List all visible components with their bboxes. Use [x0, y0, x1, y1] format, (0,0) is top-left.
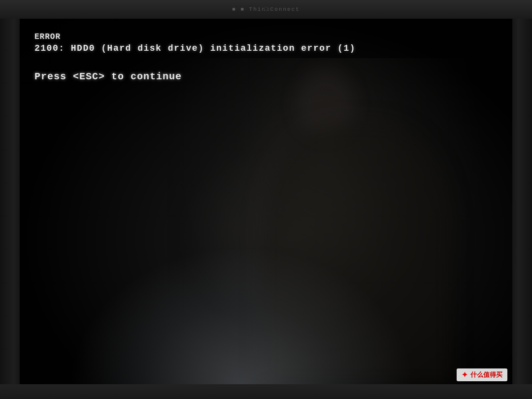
outer-frame: ■ ■ ThinkConnect ERROR 2100: HDD0 (Hard … — [0, 0, 532, 399]
watermark-icon: ✦ — [462, 370, 468, 379]
watermark: ✦ 什么值得买 — [457, 368, 507, 381]
press-esc-message: Press <ESC> to continue — [34, 71, 498, 82]
top-bezel: ■ ■ ThinkConnect — [0, 0, 532, 19]
webcam — [264, 7, 268, 11]
error-header: ERROR — [34, 33, 498, 41]
error-code: 2100: HDD0 (Hard disk drive) initializat… — [34, 43, 498, 53]
bios-text-overlay: ERROR 2100: HDD0 (Hard disk drive) initi… — [20, 19, 512, 384]
bios-screen: ERROR 2100: HDD0 (Hard disk drive) initi… — [20, 19, 512, 384]
bottom-bezel — [0, 384, 532, 399]
watermark-text: 什么值得买 — [470, 370, 502, 379]
right-bezel — [512, 19, 532, 384]
left-bezel — [0, 19, 20, 384]
